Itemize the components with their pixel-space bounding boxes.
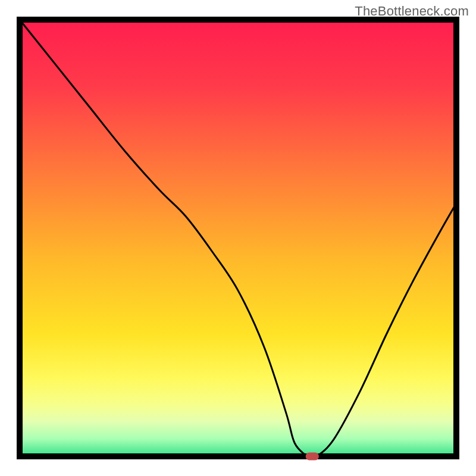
watermark-text: TheBottleneck.com	[355, 4, 469, 19]
plot-background	[20, 20, 456, 456]
bottleneck-chart	[0, 0, 476, 476]
optimal-marker	[306, 453, 319, 461]
chart-frame: TheBottleneck.com	[0, 0, 476, 476]
